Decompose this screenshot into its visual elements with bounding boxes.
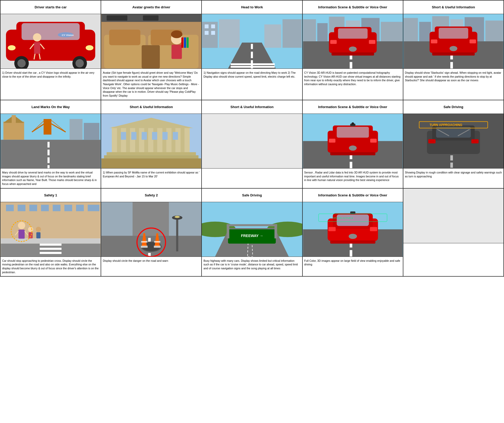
svg-rect-103 <box>117 128 121 153</box>
storyboard-grid: Driver starts the car <box>0 0 504 277</box>
svg-text:AR-HUD ACTIVE ●: AR-HUD ACTIVE ● <box>333 216 353 219</box>
svg-rect-30 <box>181 38 184 48</box>
scene-avatar-greets <box>101 14 201 69</box>
header-driver-starts: Driver starts the car <box>1 1 101 14</box>
scene-land-marks <box>1 114 101 169</box>
svg-rect-28 <box>107 15 127 21</box>
cell-head-to-work: Head to Work <box>202 1 302 100</box>
header-info-scene-2: Information Scene & Subtitle or Voice Ov… <box>303 100 403 114</box>
svg-rect-156 <box>76 205 84 211</box>
svg-rect-80 <box>439 28 468 39</box>
svg-rect-106 <box>144 128 148 153</box>
text-driver-starts: 1) Driver should start the car , a CY Vi… <box>1 69 101 100</box>
svg-rect-98 <box>47 165 50 168</box>
svg-rect-185 <box>154 246 161 248</box>
svg-rect-59 <box>350 62 352 69</box>
svg-rect-205 <box>350 250 352 257</box>
svg-rect-161 <box>40 248 62 250</box>
svg-point-189 <box>175 216 180 218</box>
svg-rect-99 <box>70 119 83 140</box>
svg-rect-135 <box>330 152 375 155</box>
header-short-useful: Short & Useful Information <box>403 1 503 14</box>
svg-rect-118 <box>152 132 157 140</box>
cell-info-scene-3: Information Scene & Subtitle or Voice Ov… <box>303 189 403 277</box>
svg-point-9 <box>86 45 93 50</box>
scene-short-useful-2 <box>101 114 201 169</box>
svg-rect-55 <box>381 22 403 41</box>
text-info-scene-1: CY Vision 3D AR-HUD is based on patented… <box>303 69 403 100</box>
text-safety-2: Display should circle the danger on the … <box>101 257 201 276</box>
text-safe-driving-1: Showing Display in rough condition with … <box>403 169 503 188</box>
cell-land-marks: Land Marks On the Way <box>1 100 101 189</box>
svg-rect-120 <box>173 132 178 140</box>
svg-rect-155 <box>64 205 72 211</box>
svg-point-212 <box>349 234 357 239</box>
svg-rect-158 <box>1 238 100 244</box>
svg-rect-208 <box>337 214 369 226</box>
svg-rect-39 <box>211 31 215 35</box>
svg-point-131 <box>351 122 354 125</box>
svg-rect-104 <box>126 128 130 153</box>
svg-rect-44 <box>251 44 253 49</box>
text-head-to-work: 1) Navigation signs should appear on the… <box>202 69 302 100</box>
svg-rect-129 <box>337 127 369 138</box>
svg-rect-173 <box>101 202 132 236</box>
svg-rect-110 <box>181 128 185 153</box>
svg-rect-3 <box>22 23 80 40</box>
svg-rect-82 <box>470 40 476 43</box>
header-safety-2: Safety 2 <box>101 189 201 202</box>
cell-safety-1: Safety 1 <box>1 189 101 277</box>
svg-rect-36 <box>205 24 209 28</box>
svg-rect-23 <box>142 45 160 69</box>
svg-rect-64 <box>369 40 375 44</box>
svg-rect-97 <box>47 157 50 163</box>
cell-info-scene-2: Information Scene & Subtitle or Voice Ov… <box>303 100 403 189</box>
svg-text:FREEWAY →: FREEWAY → <box>241 234 263 238</box>
header-land-marks: Land Marks On the Way <box>1 100 101 114</box>
cell-short-useful-2: Short & Useful Information <box>101 100 202 189</box>
svg-rect-160 <box>40 244 62 246</box>
svg-rect-48 <box>231 63 275 65</box>
svg-rect-109 <box>172 128 175 153</box>
text-info-scene-3: Full Color, 3D images appear on large fi… <box>303 257 403 276</box>
svg-rect-140 <box>428 139 435 143</box>
scene-safety-2 <box>101 202 201 257</box>
svg-rect-29 <box>143 15 159 21</box>
svg-rect-25 <box>172 45 182 59</box>
scene-safe-driving-1: TURN APPROACHING <box>403 114 503 169</box>
svg-rect-68 <box>404 18 418 41</box>
svg-rect-69 <box>419 22 431 41</box>
scene-info-scene-3: AR-HUD ACTIVE ● <box>303 202 403 257</box>
svg-rect-31 <box>184 38 186 48</box>
svg-rect-40 <box>219 19 240 48</box>
header-head-to-work: Head to Work <box>202 1 302 14</box>
text-info-scene-2: Sensor , Radar and Lidar data is fed int… <box>303 169 403 188</box>
text-safe-driving-2: Busy highway with many cars. Display sho… <box>202 257 302 276</box>
svg-point-10 <box>33 33 41 42</box>
svg-text:TURN APPROACHING: TURN APPROACHING <box>429 123 462 127</box>
cell-empty-cell <box>403 189 504 277</box>
svg-rect-73 <box>485 21 503 41</box>
svg-rect-114 <box>101 158 201 168</box>
svg-rect-84 <box>432 52 475 55</box>
svg-rect-168 <box>28 232 33 238</box>
svg-point-26 <box>171 30 183 38</box>
svg-rect-94 <box>1 140 100 168</box>
svg-rect-96 <box>47 150 50 155</box>
svg-rect-117 <box>142 132 147 140</box>
header-short-useful-3: Short & Useful Information <box>202 100 302 114</box>
svg-rect-126 <box>350 162 352 168</box>
scene-short-useful-3 <box>202 114 302 169</box>
svg-rect-213 <box>330 240 375 244</box>
svg-point-65 <box>349 46 357 52</box>
svg-rect-154 <box>53 205 60 211</box>
svg-rect-149 <box>1 202 100 238</box>
cell-safe-driving-2: Safe Driving FREEWAY → Busy highway with… <box>202 189 302 277</box>
svg-rect-119 <box>162 132 168 140</box>
svg-rect-141 <box>471 139 479 143</box>
svg-rect-151 <box>18 205 26 211</box>
svg-rect-162 <box>40 252 62 254</box>
svg-rect-63 <box>330 40 337 44</box>
svg-rect-153 <box>41 205 49 211</box>
svg-rect-51 <box>317 23 327 41</box>
